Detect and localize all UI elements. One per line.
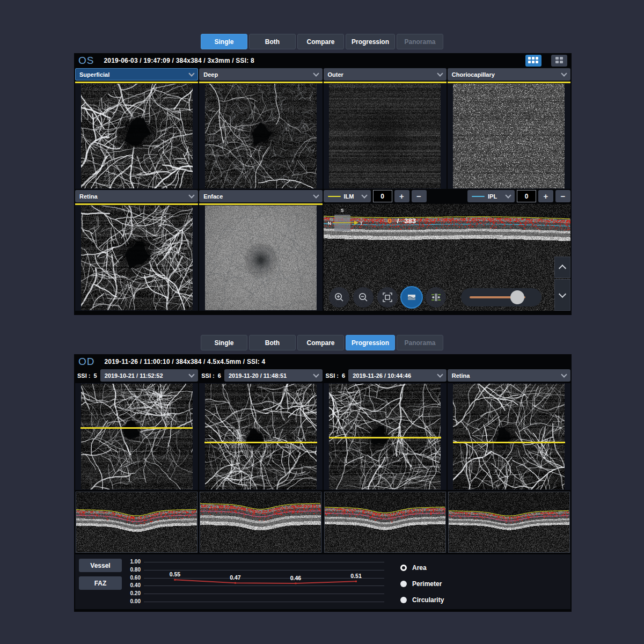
tab-both-top[interactable]: Both (249, 34, 296, 49)
dropdown-label: Deep (203, 71, 218, 78)
bscan-toolbar (329, 287, 446, 308)
y-axis-tick-label: 1.00 (130, 559, 141, 565)
choriocapillary-angiogram[interactable] (453, 84, 565, 188)
enface-dropdown[interactable]: Enface (199, 190, 322, 202)
metric-option-perimeter[interactable]: Perimeter (400, 576, 570, 592)
grid-2x2-icon (555, 57, 564, 64)
y-axis-tick-label: 0.00 (130, 598, 141, 604)
ipl-decrease-button[interactable]: − (555, 190, 570, 202)
layout-2x2-button[interactable] (551, 55, 567, 67)
progression-bscan-4[interactable] (448, 492, 570, 553)
chevron-up-icon (559, 265, 566, 272)
ssi-prefix: SSI : (77, 372, 90, 379)
deep-angiogram[interactable] (205, 84, 317, 188)
metric-option-area[interactable]: Area (400, 560, 570, 576)
fit-to-screen-button[interactable] (377, 287, 398, 308)
ilm-decrease-button[interactable]: − (412, 190, 427, 202)
exam-date-dropdown-1[interactable]: 2019-10-21 / 11:52:52 (100, 369, 199, 382)
chevron-down-icon (313, 70, 319, 76)
exam-column-2-header: SSI : 6 2019-11-20 / 11:48:51 (199, 369, 322, 382)
outer-angiogram[interactable] (329, 84, 441, 188)
chevron-down-icon (189, 70, 195, 76)
tab-single-top[interactable]: Single (201, 34, 247, 49)
choriocapillary-layer-dropdown[interactable]: Choriocapillary (448, 68, 570, 80)
y-axis-tick-label: 0.60 (130, 575, 141, 581)
superficial-layer-dropdown[interactable]: Superficial (75, 68, 198, 80)
chevron-down-icon (361, 192, 367, 198)
tab-compare-top[interactable]: Compare (297, 34, 344, 49)
ilm-increase-button[interactable]: + (394, 190, 409, 202)
ipl-label: IPL (488, 193, 497, 200)
align-scans-button[interactable] (426, 287, 446, 308)
fit-to-screen-icon (382, 292, 393, 303)
exam-date: 2019-10-21 / 11:52:52 (105, 372, 163, 379)
layout-3x2-button[interactable] (525, 55, 541, 67)
progression-angiogram-2[interactable] (205, 384, 317, 489)
faz-chart-plot: 0.550.470.460.51 (144, 555, 386, 607)
bscan-position-line[interactable] (204, 442, 317, 443)
previous-frame-button[interactable] (554, 257, 570, 278)
progression-angiogram-4[interactable] (453, 384, 565, 489)
retina-layer-dropdown[interactable]: Retina (75, 190, 198, 202)
progression-bscan-3[interactable] (324, 492, 446, 553)
bscan-overlay-toggle-button[interactable] (401, 287, 422, 308)
ipl-increase-button[interactable]: + (538, 190, 553, 202)
chevron-down-icon (561, 70, 567, 76)
y-axis-tick-label: 0.80 (130, 567, 141, 573)
outer-column: Outer (324, 68, 447, 189)
chevron-down-icon (505, 192, 511, 198)
dropdown-label: Superficial (79, 71, 109, 78)
tab-compare-bottom[interactable]: Compare (297, 335, 344, 350)
progression-bscan-2[interactable] (200, 492, 321, 553)
ilm-label: ILM (344, 193, 354, 200)
metric-label: Perimeter (412, 580, 442, 588)
zoom-out-button[interactable] (353, 287, 374, 308)
next-frame-button[interactable] (554, 279, 570, 311)
metric-option-circularity[interactable]: Circularity (400, 592, 570, 608)
data-point-label: 0.46 (290, 575, 301, 581)
radio-icon (400, 581, 407, 587)
ilm-line-swatch (328, 196, 341, 197)
frame-index: 0 (388, 217, 392, 225)
brightness-slider[interactable] (461, 288, 541, 306)
dropdown-label: Choriocapillary (452, 71, 495, 78)
grid-3x2-icon (528, 57, 539, 64)
eye-label-os: OS (78, 55, 94, 67)
tab-single-bottom[interactable]: Single (201, 335, 247, 350)
tab-progression-top[interactable]: Progression (346, 34, 395, 49)
y-axis-tick-label: 0.40 (130, 582, 141, 588)
bscan-position-line[interactable] (80, 427, 193, 429)
od-panel-header: OD 2019-11-26 / 11:00:10 / 384x384 / 4.5… (75, 354, 570, 369)
ssi-value: 5 (94, 372, 97, 379)
enface-column: Enface (199, 190, 322, 311)
progression-layer-dropdown[interactable]: Retina (448, 369, 570, 382)
zoom-in-button[interactable] (329, 287, 349, 308)
bscan-position-line[interactable] (329, 437, 441, 438)
exam-date-dropdown-3[interactable]: 2019-11-26 / 10:44:46 (348, 369, 447, 382)
zoom-in-icon (334, 292, 345, 303)
bscan-overlay-icon (406, 292, 417, 303)
exam-column-1-header: SSI : 5 2019-10-21 / 11:52:52 (75, 369, 198, 382)
enface-image[interactable] (205, 206, 317, 310)
ssi-value: 6 (218, 372, 221, 379)
ilm-layer-dropdown[interactable]: ILM (324, 190, 371, 202)
progression-bscan-1[interactable] (76, 492, 197, 553)
exam-date: 2019-11-26 / 10:44:46 (353, 372, 411, 379)
ipl-layer-dropdown[interactable]: IPL (467, 190, 515, 202)
tab-progression-bottom[interactable]: Progression (346, 335, 395, 350)
exam-date-dropdown-2[interactable]: 2019-11-20 / 11:48:51 (224, 369, 323, 382)
superficial-angiogram[interactable] (81, 84, 193, 188)
retina-angiogram[interactable] (81, 206, 193, 310)
bscan-viewer: S N T 0 / 383 (324, 204, 571, 311)
deep-layer-dropdown[interactable]: Deep (199, 68, 322, 80)
view-mode-tabs-top: Single Both Compare Progression Panorama (201, 34, 443, 49)
progression-angiogram-1[interactable] (81, 384, 193, 489)
slider-knob[interactable] (510, 290, 524, 304)
vessel-button[interactable]: Vessel (79, 559, 122, 572)
os-scan-info: 2019-06-03 / 19:47:09 / 384x384 / 3x3mm … (104, 57, 254, 64)
bscan-position-line[interactable] (453, 442, 565, 443)
chevron-down-icon (437, 371, 443, 377)
faz-button[interactable]: FAZ (79, 576, 122, 590)
outer-layer-dropdown[interactable]: Outer (324, 68, 447, 80)
tab-both-bottom[interactable]: Both (249, 335, 296, 350)
